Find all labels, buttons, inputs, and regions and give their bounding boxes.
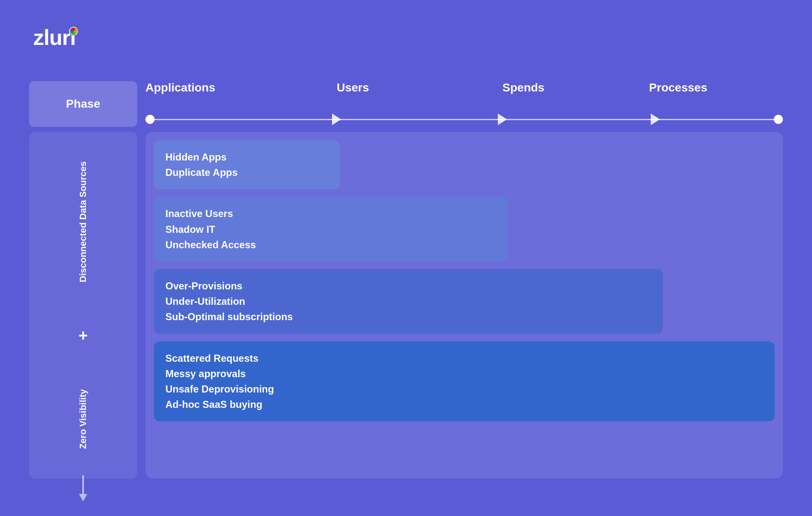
phase-header-box: Phase [29, 81, 137, 127]
label-processes: Processes [649, 81, 707, 94]
card-hidden-apps-text: Hidden Apps Duplicate Apps [165, 149, 328, 180]
content-area: Applications Users Spends Processes [145, 81, 783, 479]
label-spends: Spends [502, 81, 544, 94]
phase-body: Disconnected Data Sources + Zero Visibil… [29, 132, 137, 479]
arrow-2 [498, 114, 507, 125]
card-scattered-requests-text: Scattered Requests Messy approvals Unsaf… [165, 351, 763, 412]
v-arrowhead [79, 494, 87, 501]
card-over-provisions-text: Over-Provisions Under-Utilization Sub-Op… [165, 278, 651, 325]
timeline-start [145, 115, 155, 124]
phase-column: Phase Disconnected Data Sources + Zero V… [29, 81, 137, 479]
logo-dot [69, 27, 78, 36]
card-scattered-requests: Scattered Requests Messy approvals Unsaf… [154, 341, 775, 422]
timeline-line [153, 119, 775, 120]
vertical-arrow [79, 475, 87, 501]
diagram: Phase Disconnected Data Sources + Zero V… [29, 81, 783, 479]
phase-header-label: Phase [66, 97, 101, 111]
logo-text: zluri [33, 25, 76, 50]
label-users: Users [337, 81, 369, 94]
card-over-provisions: Over-Provisions Under-Utilization Sub-Op… [154, 269, 663, 334]
disconnected-label: Disconnected Data Sources [78, 161, 89, 282]
logo: zluri [33, 25, 76, 50]
v-line [82, 475, 84, 494]
arrow-3 [651, 114, 660, 125]
label-applications: Applications [145, 81, 215, 94]
card-inactive-users: Inactive Users Shadow IT Unchecked Acces… [154, 197, 508, 262]
arrow-1 [332, 114, 341, 125]
plus-label: + [79, 327, 88, 345]
content-body: Hidden Apps Duplicate Apps Inactive User… [145, 132, 783, 479]
card-hidden-apps: Hidden Apps Duplicate Apps [154, 140, 340, 189]
timeline-row: Applications Users Spends Processes [145, 81, 783, 127]
zero-visibility-label: Zero Visibility [78, 389, 89, 449]
timeline-end [774, 115, 783, 124]
card-inactive-users-text: Inactive Users Shadow IT Unchecked Acces… [165, 206, 496, 252]
